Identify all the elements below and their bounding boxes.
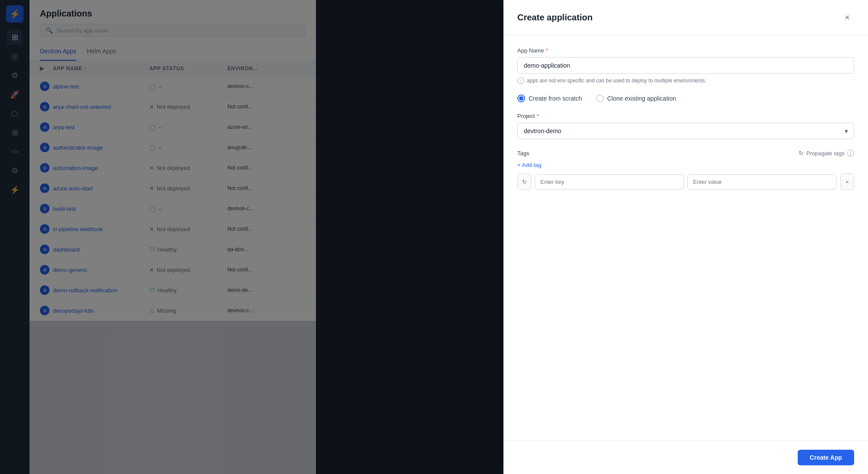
project-select-wrapper: devtron-demo default test ▾	[517, 123, 854, 139]
radio-label-clone: Clone existing application	[607, 95, 676, 102]
tag-value-input[interactable]	[687, 174, 837, 190]
radio-create-from-scratch[interactable]: Create from scratch	[517, 95, 582, 102]
info-icon: i	[517, 77, 524, 84]
project-field-group: Project * devtron-demo default test ▾	[517, 113, 854, 139]
tags-header: Tags ↻ Propagate tags i	[517, 150, 854, 157]
radio-clone-existing[interactable]: Clone existing application	[596, 95, 676, 102]
project-select[interactable]: devtron-demo default test	[517, 123, 854, 139]
modal-title: Create application	[517, 13, 592, 23]
radio-circle-scratch	[517, 95, 525, 102]
required-star: *	[546, 47, 548, 54]
creation-mode-group: Create from scratch Clone existing appli…	[517, 95, 854, 102]
modal-body: App Name * i apps are not env specific a…	[503, 35, 868, 441]
propagate-info-icon: i	[847, 150, 854, 157]
propagate-icon: ↻	[799, 150, 804, 157]
radio-inner-scratch	[519, 96, 523, 101]
close-button[interactable]: ×	[840, 10, 854, 24]
tag-key-input[interactable]	[535, 174, 684, 190]
tag-delete-button[interactable]: ×	[840, 173, 854, 190]
tags-label: Tags	[517, 150, 529, 157]
app-name-input[interactable]	[517, 57, 854, 74]
app-name-label: App Name *	[517, 47, 854, 54]
app-name-field-group: App Name * i apps are not env specific a…	[517, 47, 854, 84]
app-name-info: i apps are not env specific and can be u…	[517, 77, 854, 84]
radio-label-scratch: Create from scratch	[529, 95, 582, 102]
project-required-star: *	[536, 113, 539, 119]
tags-field-group: Tags ↻ Propagate tags i + Add tag ↻ ×	[517, 150, 854, 190]
modal-header: Create application ×	[503, 0, 868, 35]
modal-footer: Create App	[503, 441, 868, 474]
add-tag-button[interactable]: + Add tag	[517, 162, 541, 168]
tag-row: ↻ ×	[517, 173, 854, 190]
create-app-button[interactable]: Create App	[798, 450, 854, 465]
create-application-modal: Create application × App Name * i apps a…	[503, 0, 868, 474]
tag-reset-button[interactable]: ↻	[517, 173, 531, 190]
propagate-tags-button[interactable]: ↻ Propagate tags i	[799, 150, 854, 157]
radio-circle-clone	[596, 95, 604, 102]
project-label: Project *	[517, 113, 854, 119]
propagate-tags-label: Propagate tags	[806, 150, 845, 157]
